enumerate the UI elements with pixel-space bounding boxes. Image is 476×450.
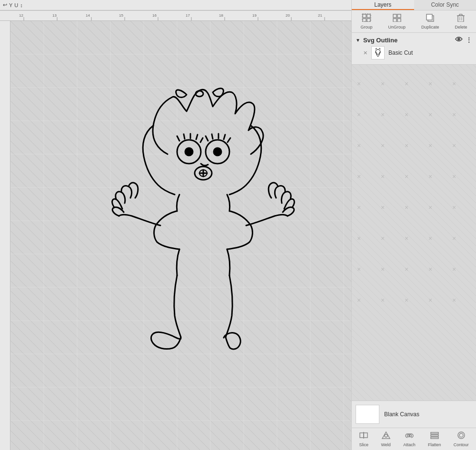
layer-group-header: ▼ Svg Outline 👁 ⋮	[356, 36, 472, 44]
panel-bottom-toolbar: Slice Weld Attach	[352, 428, 476, 450]
group-icon	[362, 13, 371, 24]
svg-text:×: ×	[357, 235, 361, 242]
svg-text:17: 17	[186, 13, 190, 18]
svg-text:×: ×	[405, 204, 408, 211]
svg-text:×: ×	[381, 80, 385, 88]
svg-text:×: ×	[357, 80, 361, 88]
svg-text:×: ×	[357, 173, 361, 180]
flatten-icon	[430, 431, 439, 441]
panel-empty-space: × × × × × × × × × × × × × × × × × × × × …	[352, 65, 476, 401]
svg-text:×: ×	[428, 265, 432, 273]
svg-text:×: ×	[405, 173, 408, 180]
top-toolbar: ↩ Y U ↕	[0, 0, 351, 10]
ruler-horizontal: 12 13 14 15 16 17 18 19 20 21	[0, 10, 351, 21]
svg-text:×: ×	[357, 142, 361, 149]
duplicate-button[interactable]: Duplicate	[418, 12, 442, 30]
svg-text:×: ×	[381, 111, 385, 118]
svg-rect-152	[364, 433, 367, 438]
svg-rect-94	[393, 19, 397, 22]
grid-canvas[interactable]: × × × × × × × × × ×	[10, 21, 351, 450]
svg-text:15: 15	[119, 13, 123, 18]
svg-text:×: ×	[405, 235, 408, 242]
layer-item-basic-cut[interactable]: ✕ Basic Cut	[356, 44, 472, 61]
undo-icon[interactable]: ↩	[3, 2, 7, 8]
svg-text:×: ×	[381, 296, 385, 304]
svg-text:×: ×	[428, 80, 432, 88]
right-panel: Layers Color Sync Group	[351, 0, 476, 450]
slice-icon	[359, 431, 368, 441]
svg-text:×: ×	[405, 80, 408, 88]
ruler-vertical	[0, 21, 10, 450]
blank-canvas-row[interactable]: Blank Canvas	[352, 401, 476, 428]
svg-outline-section: ▼ Svg Outline 👁 ⋮ ✕ Basic Cut	[352, 33, 476, 65]
tab-colorsync[interactable]: Color Sync	[414, 0, 476, 10]
svg-text:×: ×	[452, 111, 456, 118]
svg-text:×: ×	[452, 142, 456, 149]
attach-icon	[405, 431, 414, 441]
group-button[interactable]: Group	[357, 12, 375, 30]
blank-canvas-label: Blank Canvas	[384, 411, 419, 418]
svg-rect-157	[431, 432, 438, 434]
layer-delete-icon[interactable]: ✕	[363, 50, 367, 56]
delete-icon	[456, 13, 466, 24]
layer-label: Basic Cut	[388, 49, 413, 56]
svg-point-154	[385, 434, 387, 437]
tab-layers[interactable]: Layers	[352, 0, 414, 10]
attach-button[interactable]: Attach	[400, 430, 418, 448]
svg-rect-88	[367, 14, 370, 18]
tool-u[interactable]: U	[14, 2, 18, 8]
svg-text:16: 16	[152, 13, 157, 18]
svg-rect-97	[426, 14, 432, 20]
svg-rect-151	[360, 433, 364, 438]
svg-text:13: 13	[52, 13, 57, 18]
svg-point-161	[459, 433, 463, 437]
flatten-button[interactable]: Flatten	[425, 430, 444, 448]
slice-button[interactable]: Slice	[356, 430, 371, 448]
tool-y[interactable]: Y	[9, 2, 12, 8]
svg-rect-95	[397, 19, 401, 22]
svg-text:×: ×	[381, 204, 385, 211]
svg-text:18: 18	[219, 13, 223, 18]
svg-text:×: ×	[452, 173, 456, 180]
svg-text:12: 12	[19, 13, 23, 18]
svg-text:×: ×	[357, 204, 361, 211]
svg-line-74	[184, 134, 185, 139]
svg-rect-159	[431, 437, 438, 439]
svg-text:×: ×	[381, 265, 385, 273]
svg-text:×: ×	[381, 173, 385, 180]
panel-toolbar: Group UnGroup Duplicate	[352, 10, 476, 33]
ungroup-icon	[392, 13, 402, 24]
svg-text:×: ×	[405, 296, 408, 304]
contour-icon	[456, 431, 466, 441]
contour-button[interactable]: Contour	[451, 430, 472, 448]
visibility-icon[interactable]: 👁	[455, 36, 463, 44]
tool-arrows[interactable]: ↕	[20, 2, 23, 8]
svg-text:×: ×	[357, 265, 361, 273]
svg-text:×: ×	[357, 296, 361, 304]
svg-text:×: ×	[405, 142, 408, 149]
svg-text:×: ×	[405, 265, 408, 273]
weld-button[interactable]: Weld	[378, 430, 393, 448]
svg-point-72	[214, 148, 221, 156]
svg-point-70	[185, 148, 193, 156]
delete-button[interactable]: Delete	[452, 12, 470, 30]
svg-rect-158	[431, 435, 438, 436]
blank-canvas-thumbnail	[356, 405, 379, 424]
ungroup-button[interactable]: UnGroup	[385, 12, 408, 30]
svg-rect-92	[393, 14, 397, 18]
svg-rect-98	[458, 16, 464, 22]
svg-text:×: ×	[381, 235, 385, 242]
collapse-icon[interactable]: ▼	[356, 38, 360, 43]
svg-text:×: ×	[428, 173, 432, 180]
svg-text:×: ×	[381, 142, 385, 149]
svg-rect-93	[397, 14, 401, 18]
svg-text:14: 14	[86, 13, 90, 18]
canvas-area: ↩ Y U ↕ 12 13 14 15 16 17 18 19 20	[0, 0, 351, 450]
svg-rect-110	[352, 65, 476, 401]
more-icon[interactable]: ⋮	[466, 36, 472, 44]
svg-text:×: ×	[452, 265, 456, 273]
svg-rect-22	[0, 21, 10, 450]
svg-text:×: ×	[428, 235, 432, 242]
duplicate-icon	[426, 13, 435, 24]
svg-text:19: 19	[252, 13, 257, 18]
